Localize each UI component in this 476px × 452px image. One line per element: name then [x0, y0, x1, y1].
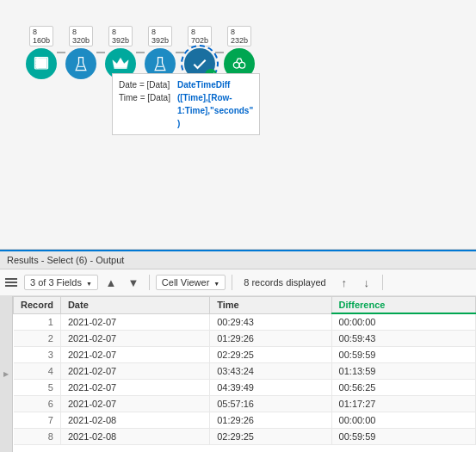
connector-5	[215, 52, 224, 53]
node-formula1[interactable]: 8320b	[65, 26, 96, 79]
tooltip-left-line2: Time = [Data]	[119, 91, 170, 104]
table-row[interactable]: 82021-02-0802:29:2500:59:59	[14, 429, 476, 445]
cell-record: 4	[14, 363, 61, 380]
separator-1	[149, 275, 150, 290]
fields-down-button[interactable]: ▼	[124, 273, 143, 292]
select-check-icon	[191, 55, 208, 72]
col-date: Date	[60, 297, 209, 314]
tooltip-right: DateTimeDiff([Time],[Row-1:Time],"second…	[177, 78, 253, 130]
node-formula1-icon[interactable]	[65, 48, 96, 79]
cell-date: 2021-02-07	[60, 331, 209, 347]
node-formula2[interactable]: 8392b	[145, 26, 176, 79]
cell-date: 2021-02-07	[60, 396, 209, 412]
cell-time: 03:43:24	[210, 363, 331, 380]
connector-3	[136, 52, 145, 53]
svg-point-2	[239, 62, 245, 68]
workflow-canvas: 8160b 8320b	[0, 0, 476, 250]
table-row[interactable]: 62021-02-0705:57:1601:17:27	[14, 396, 476, 412]
fields-button[interactable]: 3 of 3 Fields	[24, 275, 98, 290]
cell-difference: 00:00:00	[331, 412, 475, 429]
cell-viewer-button[interactable]: Cell Viewer	[156, 275, 226, 290]
formula-tooltip: Date = [Data] Time = [Data] DateTimeDiff…	[112, 73, 260, 135]
cell-difference: 00:59:59	[331, 347, 475, 363]
cell-viewer-label: Cell Viewer	[162, 277, 209, 288]
panel-title: Results - Select (6) - Output	[7, 255, 124, 265]
table-row[interactable]: 22021-02-0701:29:2600:59:43	[14, 331, 476, 347]
col-record: Record	[14, 297, 61, 314]
node-browse-label: 8232b	[227, 26, 251, 46]
cell-date: 2021-02-07	[60, 363, 209, 380]
fields-up-button[interactable]: ▲	[102, 273, 121, 292]
col-time: Time	[210, 297, 331, 314]
cell-record: 7	[14, 412, 61, 429]
records-displayed: 8 records displayed	[244, 277, 325, 288]
data-table-wrapper[interactable]: Record Date Time Difference 12021-02-070…	[13, 296, 476, 452]
book-icon	[33, 55, 50, 72]
crown-icon	[112, 55, 129, 72]
node-formula1-label: 8320b	[69, 26, 93, 46]
cell-viewer-chevron	[212, 277, 219, 288]
separator-2	[232, 275, 232, 290]
cell-date: 2021-02-07	[60, 380, 209, 396]
cell-date: 2021-02-08	[60, 412, 209, 429]
cell-time: 01:29:26	[210, 331, 331, 347]
node-formula2-label: 8392b	[148, 26, 172, 46]
connector-4	[176, 52, 184, 53]
node-select[interactable]: 8702b	[184, 26, 215, 79]
node-select-label: 8702b	[188, 26, 212, 46]
table-row[interactable]: 52021-02-0704:39:4900:56:25	[14, 380, 476, 396]
cell-time: 02:29:25	[210, 429, 331, 445]
cell-date: 2021-02-07	[60, 313, 209, 331]
node-input-label: 8160b	[29, 26, 53, 46]
cell-record: 2	[14, 331, 61, 347]
table-container: ▶ Record Date Time Difference 12021-02-0…	[0, 296, 476, 452]
cell-date: 2021-02-08	[60, 429, 209, 445]
cell-record: 3	[14, 347, 61, 363]
side-bar: ▶	[0, 296, 13, 452]
panel-title-bar: Results - Select (6) - Output	[0, 251, 476, 269]
fields-label: 3 of 3 Fields	[30, 277, 82, 288]
table-header-row: Record Date Time Difference	[14, 297, 476, 314]
cell-difference: 00:59:43	[331, 331, 475, 347]
connector-2	[96, 52, 105, 53]
cell-time: 01:29:26	[210, 412, 331, 429]
separator-3	[382, 275, 383, 290]
cell-record: 8	[14, 429, 61, 445]
cell-time: 05:57:16	[210, 396, 331, 412]
table-row[interactable]: 42021-02-0703:43:2401:13:59	[14, 363, 476, 380]
cell-time: 02:29:25	[210, 347, 331, 363]
cell-difference: 00:56:25	[331, 380, 475, 396]
cell-difference: 00:00:00	[331, 313, 475, 331]
cell-time: 00:29:43	[210, 313, 331, 331]
table-row[interactable]: 32021-02-0702:29:2500:59:59	[14, 347, 476, 363]
fields-chevron	[84, 277, 92, 288]
tooltip-left: Date = [Data] Time = [Data]	[119, 78, 170, 130]
table-row[interactable]: 72021-02-0801:29:2600:00:00	[14, 412, 476, 429]
flask-icon	[72, 55, 90, 72]
cell-date: 2021-02-07	[60, 347, 209, 363]
menu-icon[interactable]	[5, 278, 17, 287]
results-panel: Results - Select (6) - Output 3 of 3 Fie…	[0, 250, 476, 452]
cell-difference: 01:13:59	[331, 363, 475, 380]
tooltip-left-line1: Date = [Data]	[119, 78, 170, 91]
cell-record: 6	[14, 396, 61, 412]
data-table: Record Date Time Difference 12021-02-070…	[13, 296, 476, 445]
table-row[interactable]: 12021-02-0700:29:4300:00:00	[14, 313, 476, 331]
cell-time: 04:39:49	[210, 380, 331, 396]
cell-difference: 00:59:59	[331, 429, 475, 445]
cell-record: 5	[14, 380, 61, 396]
binoculars-icon	[231, 55, 248, 72]
node-sample[interactable]: 8392b	[105, 26, 136, 79]
col-difference: Difference	[331, 297, 475, 314]
node-input[interactable]: 8160b	[26, 26, 57, 79]
nav-down-button[interactable]: ↓	[357, 273, 376, 292]
cell-difference: 01:17:27	[331, 396, 475, 412]
flask2-icon	[151, 55, 169, 72]
node-input-icon[interactable]	[26, 48, 57, 79]
svg-point-1	[233, 62, 239, 68]
nav-up-button[interactable]: ↑	[335, 273, 354, 292]
cell-record: 1	[14, 313, 61, 331]
node-browse[interactable]: 8232b	[224, 26, 255, 79]
node-sample-label: 8392b	[108, 26, 133, 46]
workflow-row: 8160b 8320b	[26, 26, 255, 79]
